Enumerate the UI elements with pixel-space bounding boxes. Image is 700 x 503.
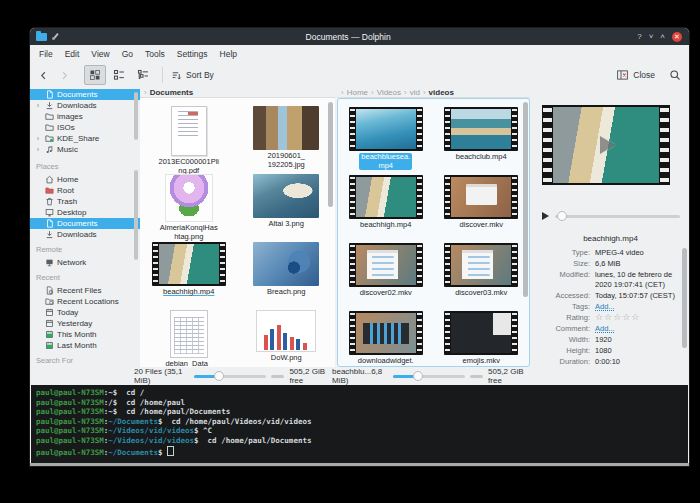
menu-help[interactable]: Help xyxy=(220,49,237,59)
seek-slider-knob[interactable] xyxy=(557,211,567,221)
pane1-zoom-slider[interactable] xyxy=(194,375,266,378)
file-item-beachhigh.mp4[interactable]: beachhigh.mp4 xyxy=(338,175,434,243)
file-item-debian-data-gnome.ods[interactable]: debian_Data_gnome.ods xyxy=(140,310,238,367)
desktop-icon xyxy=(44,208,54,218)
icons-view-button[interactable] xyxy=(84,65,106,85)
sidebar-item-yesterday[interactable]: Yesterday xyxy=(30,318,140,329)
expander-icon[interactable]: › xyxy=(35,146,41,153)
pane1-scrollbar[interactable] xyxy=(328,102,333,207)
menu-tools[interactable]: Tools xyxy=(145,49,165,59)
sidebar-item-label: Downloads xyxy=(57,101,97,110)
video-desktop-dialog-thumbnail xyxy=(444,175,518,219)
expander-icon[interactable]: › xyxy=(35,102,41,109)
menu-go[interactable]: Go xyxy=(122,49,133,59)
file-label: beachclub.mp4 xyxy=(454,153,509,162)
breadcrumb-segment-home[interactable]: Home xyxy=(347,88,368,97)
forward-icon[interactable] xyxy=(59,70,70,81)
pane2-scrollbar[interactable] xyxy=(523,102,528,297)
rating-stars[interactable]: ☆☆☆☆☆ xyxy=(595,313,678,323)
file-item-breach.png[interactable]: Breach.png xyxy=(238,242,336,310)
breadcrumb-segment-videos[interactable]: Videos xyxy=(377,88,401,97)
file-item-discover.mkv[interactable]: discover.mkv xyxy=(434,175,530,243)
compact-view-button[interactable] xyxy=(108,65,130,85)
breadcrumb-chevron-icon[interactable]: › xyxy=(144,88,147,97)
pane2-zoom-slider[interactable] xyxy=(393,375,465,378)
music-icon xyxy=(44,145,54,155)
sidebar-item-this-month[interactable]: This Month xyxy=(30,329,140,340)
sidebar-item-today[interactable]: Today xyxy=(30,307,140,318)
breadcrumb-segment-vid[interactable]: vid xyxy=(410,88,420,97)
places-scrollbar[interactable] xyxy=(134,170,138,260)
calendar-icon xyxy=(44,308,54,318)
sidebar-item-root[interactable]: Root xyxy=(30,185,140,196)
sidebar-item-label: Home xyxy=(57,175,78,184)
details-view-button[interactable] xyxy=(132,65,154,85)
add-link[interactable]: Add... xyxy=(595,324,678,334)
file-item-altai-3.png[interactable]: Altai 3.png xyxy=(238,174,336,242)
sidebar-item-recent-files[interactable]: Recent Files xyxy=(30,285,140,296)
pane1-zoom-knob[interactable] xyxy=(214,371,224,381)
pane1-breadcrumb[interactable]: ›Documents xyxy=(140,88,335,98)
sidebar-item-recent-locations[interactable]: Recent Locations xyxy=(30,296,140,307)
sidebar-item-documents[interactable]: Documents xyxy=(30,89,140,100)
seek-slider[interactable] xyxy=(555,215,680,218)
sidebar-item-music[interactable]: ›Music xyxy=(30,144,140,155)
folders-scrollbar[interactable] xyxy=(134,92,138,140)
terminal-cursor xyxy=(167,446,174,456)
close-split-button[interactable]: Close xyxy=(616,69,655,81)
pane2-zoom-knob[interactable] xyxy=(413,371,423,381)
sidebar-item-documents[interactable]: Documents xyxy=(30,218,140,229)
menu-edit[interactable]: Edit xyxy=(65,49,80,59)
breadcrumb-segment-videos[interactable]: videos xyxy=(429,88,454,97)
search-icon[interactable] xyxy=(669,69,681,81)
file-item-beachclub.mp4[interactable]: beachclub.mp4 xyxy=(434,107,530,175)
infopanel-scrollbar[interactable] xyxy=(682,248,687,348)
sidebar-item-kde-share[interactable]: ›KDE_Share xyxy=(30,133,140,144)
file-item-beachhigh.mp4[interactable]: beachhigh.mp4 xyxy=(140,242,238,310)
sidebar-item-label: images xyxy=(57,112,83,121)
play-overlay-icon[interactable] xyxy=(600,136,615,154)
help-button[interactable]: ? xyxy=(637,32,641,42)
sidebar-item-trash[interactable]: Trash xyxy=(30,196,140,207)
expander-icon[interactable]: › xyxy=(35,135,41,142)
terminal-panel[interactable]: paul@paul-N73SM:~$ cd /paul@paul-N73SM:/… xyxy=(31,385,688,463)
file-item-downloadwidget.mkv[interactable]: downloadwidget.mkv xyxy=(338,311,434,367)
maximize-button[interactable]: ˄ xyxy=(660,32,665,42)
breadcrumb-segment-documents[interactable]: Documents xyxy=(150,88,194,97)
file-item-discover02.mkv[interactable]: discover02.mkv xyxy=(338,243,434,311)
back-icon[interactable] xyxy=(38,70,49,81)
video-preview-thumbnail[interactable] xyxy=(542,105,670,185)
menu-file[interactable]: File xyxy=(39,49,53,59)
detail-value: lunes, 10 de febrero de 2020 19:07:41 (C… xyxy=(595,270,678,289)
sidebar-item-downloads[interactable]: ›Downloads xyxy=(30,100,140,111)
minimize-button[interactable]: ˅ xyxy=(649,32,654,42)
pane1-files-count: 20 Files (35,1 MiB) xyxy=(134,367,189,385)
pane2-breadcrumb[interactable]: ›Home›Videos›vid›videos xyxy=(337,88,530,98)
detail-label: Size: xyxy=(538,259,595,269)
file-item-discover03.mkv[interactable]: discover03.mkv xyxy=(434,243,530,311)
sidebar-item-downloads[interactable]: Downloads xyxy=(30,229,140,240)
sort-by-button[interactable]: Sort By xyxy=(171,70,214,81)
file-item-20190601-192205.jpg[interactable]: 20190601_192205.jpg xyxy=(238,106,336,174)
close-window-button[interactable]: ✕ xyxy=(672,32,682,42)
play-button-icon[interactable] xyxy=(542,212,549,220)
sidebar-item-home[interactable]: Home xyxy=(30,174,140,185)
file-item-emojis.mkv[interactable]: emojis.mkv xyxy=(434,311,530,367)
menu-view[interactable]: View xyxy=(91,49,109,59)
menu-settings[interactable]: Settings xyxy=(177,49,208,59)
video-bluesea-thumbnail xyxy=(349,107,423,151)
add-link[interactable]: Add... xyxy=(595,302,678,312)
file-item-dow.png[interactable]: DoW.png xyxy=(238,310,336,367)
breach-thumbnail xyxy=(253,242,319,286)
sidebar-item-images[interactable]: images xyxy=(30,111,140,122)
titlebar[interactable]: Documents — Dolphin ? ˅ ˄ ✕ xyxy=(30,28,689,45)
sidebar-item-isos[interactable]: ISOs xyxy=(30,122,140,133)
sidebar-item-last-month[interactable]: Last Month xyxy=(30,340,140,351)
breadcrumb-chevron-icon[interactable]: › xyxy=(341,88,344,97)
sidebar-item-network[interactable]: Network xyxy=(30,257,140,268)
window-title: Documents — Dolphin xyxy=(59,32,637,42)
file-item-beachbluesea.mp4[interactable]: beachbluesea.mp4 xyxy=(338,107,434,175)
sidebar-item-desktop[interactable]: Desktop xyxy=(30,207,140,218)
file-item-almeriakonqihashtag.png[interactable]: AlmeriaKonqiHashtag.png xyxy=(140,174,238,242)
file-item-2013ec000001pling.pdf[interactable]: 2013EC000001Pling.pdf xyxy=(140,106,238,174)
